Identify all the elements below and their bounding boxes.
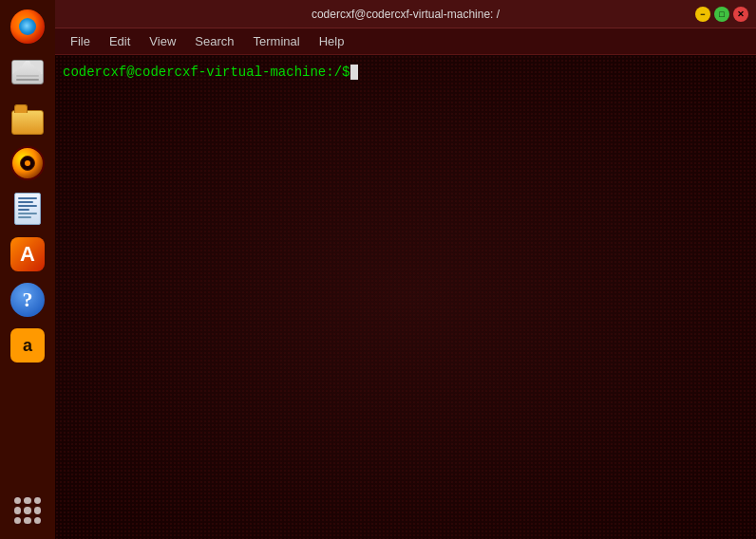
menu-view[interactable]: View [142, 32, 183, 50]
sidebar-item-appstore[interactable]: A [7, 233, 48, 275]
window-title: codercxf@codercxf-virtual-machine: / [116, 8, 695, 21]
menu-edit[interactable]: Edit [102, 32, 138, 50]
cursor [350, 65, 358, 80]
sidebar: A ? a [0, 0, 55, 539]
prompt-text: codercxf@codercxf-virtual-machine:/$ [63, 65, 350, 80]
menu-help[interactable]: Help [312, 32, 352, 50]
minimize-button[interactable]: − [695, 7, 710, 22]
menu-search[interactable]: Search [187, 32, 241, 50]
sidebar-item-firefox[interactable] [7, 6, 48, 47]
maximize-button[interactable]: □ [714, 7, 729, 22]
close-button[interactable]: ✕ [733, 7, 748, 22]
menu-file[interactable]: File [63, 32, 98, 50]
sidebar-item-amazon[interactable]: a [7, 325, 48, 366]
sidebar-item-music[interactable] [7, 142, 48, 184]
menubar: File Edit View Search Terminal Help [55, 28, 756, 55]
window-controls: − □ ✕ [695, 7, 748, 22]
sidebar-item-files[interactable] [7, 97, 48, 139]
terminal-area[interactable]: codercxf@codercxf-virtual-machine:/$ [55, 55, 756, 539]
terminal-prompt: codercxf@codercxf-virtual-machine:/$ [63, 65, 748, 80]
main-window: codercxf@codercxf-virtual-machine: / − □… [55, 0, 756, 539]
sidebar-item-help[interactable]: ? [7, 279, 48, 321]
sidebar-item-writer[interactable] [7, 188, 48, 230]
sidebar-item-email[interactable] [7, 51, 48, 93]
menu-terminal[interactable]: Terminal [246, 32, 308, 50]
titlebar: codercxf@codercxf-virtual-machine: / − □… [55, 0, 756, 28]
sidebar-item-applications[interactable] [7, 490, 48, 531]
